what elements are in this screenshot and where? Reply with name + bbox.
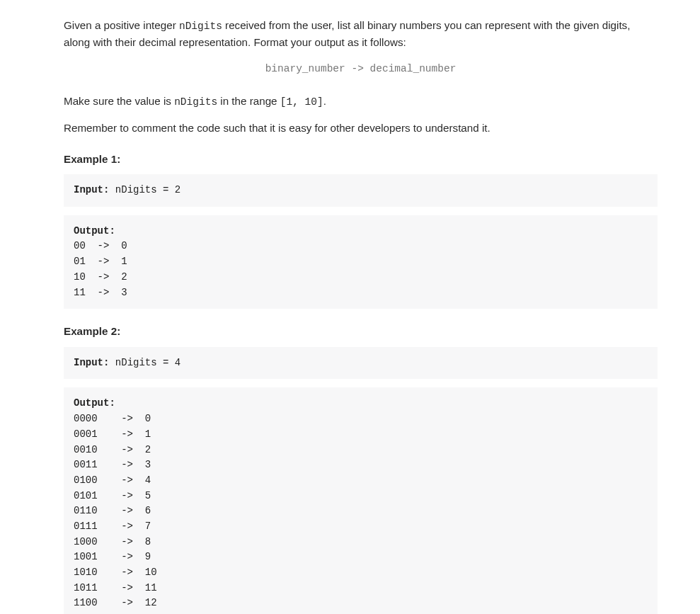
- text: in the range: [217, 95, 280, 107]
- intro-paragraph-1: Given a positive integer nDigits receive…: [64, 17, 658, 51]
- output-row: 0010 -> 2: [74, 444, 151, 455]
- output-row: 1000 -> 8: [74, 536, 151, 547]
- output-label: Output:: [74, 225, 115, 237]
- output-row: 00 -> 0: [74, 240, 127, 251]
- intro-paragraph-3: Remember to comment the code such that i…: [64, 120, 658, 137]
- example-2-heading: Example 2:: [64, 323, 658, 340]
- input-rest: nDigits = 4: [109, 357, 180, 368]
- output-label: Output:: [74, 397, 115, 409]
- code-inline-range: [1, 10]: [280, 96, 323, 108]
- document-page: Given a positive integer nDigits receive…: [0, 0, 700, 614]
- output-row: 1011 -> 11: [74, 582, 157, 593]
- output-row: 10 -> 2: [74, 271, 127, 283]
- text: Given a positive integer: [64, 19, 179, 31]
- output-row: 0011 -> 3: [74, 459, 151, 470]
- intro-paragraph-2: Make sure the value is nDigits in the ra…: [64, 93, 658, 110]
- example-1-heading: Example 1:: [64, 151, 658, 168]
- example-1-input-block: Input: nDigits = 2: [64, 174, 658, 207]
- example-2-output-block: Output: 0000 -> 0 0001 -> 1 0010 -> 2 00…: [64, 387, 658, 614]
- input-label: Input:: [74, 357, 109, 368]
- format-line: binary_number -> decimal_number: [64, 61, 658, 76]
- output-row: 0100 -> 4: [74, 474, 151, 486]
- output-row: 1001 -> 9: [74, 551, 151, 562]
- code-inline-ndigits: nDigits: [174, 96, 217, 108]
- output-row: 11 -> 3: [74, 287, 127, 298]
- output-row: 0000 -> 0: [74, 413, 151, 424]
- input-label: Input:: [74, 184, 109, 195]
- text: .: [323, 95, 326, 107]
- example-1-output-block: Output: 00 -> 0 01 -> 1 10 -> 2 11 -> 3: [64, 215, 658, 309]
- output-row: 1100 -> 12: [74, 597, 157, 608]
- code-inline-ndigits: nDigits: [179, 21, 222, 32]
- text: Make sure the value is: [64, 95, 174, 107]
- output-row: 0001 -> 1: [74, 428, 151, 440]
- output-row: 0101 -> 5: [74, 490, 151, 501]
- input-rest: nDigits = 2: [109, 184, 180, 195]
- output-row: 1010 -> 10: [74, 567, 157, 578]
- output-row: 0110 -> 6: [74, 505, 151, 516]
- example-2-input-block: Input: nDigits = 4: [64, 347, 658, 380]
- output-row: 0111 -> 7: [74, 521, 151, 532]
- output-row: 01 -> 1: [74, 256, 127, 267]
